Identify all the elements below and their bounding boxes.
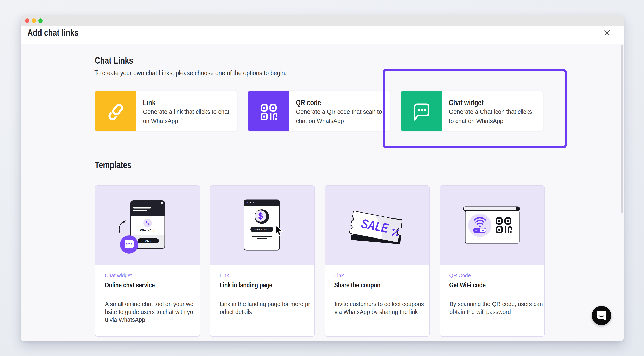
svg-text:FI: FI — [482, 229, 484, 232]
svg-text:Chat: Chat — [145, 239, 152, 243]
svg-text:$: $ — [258, 211, 263, 221]
svg-text:click to chat: click to chat — [254, 228, 270, 231]
svg-text:WhatsApp: WhatsApp — [140, 229, 155, 232]
svg-text:WI: WI — [475, 229, 478, 232]
